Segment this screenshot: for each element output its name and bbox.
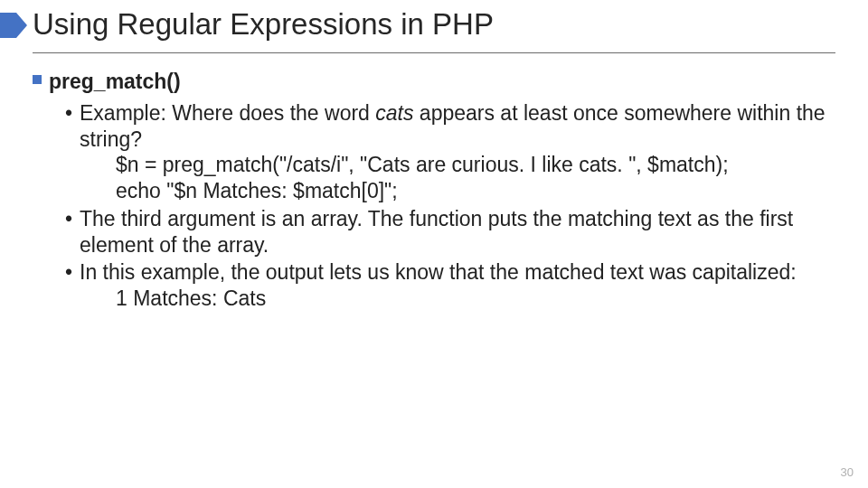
slide-title: Using Regular Expressions in PHP: [33, 7, 494, 42]
code-line-1: $n = preg_match("/cats/i", "Cats are cur…: [116, 152, 837, 178]
slide: Using Regular Expressions in PHP preg_ma…: [0, 0, 868, 488]
bullet-array-note: The third argument is an array. The func…: [65, 206, 837, 258]
code-line-2: echo "$n Matches: $match[0]";: [116, 178, 837, 204]
bullet-example-text-a: Example: Where does the word: [80, 101, 375, 125]
bullet-example: Example: Where does the word cats appear…: [65, 100, 837, 153]
title-accent-bar: [0, 13, 16, 38]
bullet-example-italic: cats: [375, 101, 413, 125]
bullet-output-note: In this example, the output lets us know…: [65, 259, 837, 286]
section-heading: preg_match(): [33, 69, 837, 95]
slide-body: preg_match() Example: Where does the wor…: [33, 69, 837, 312]
page-number: 30: [841, 465, 854, 479]
title-accent-arrow: [16, 13, 27, 38]
title-divider: [33, 52, 835, 53]
output-line: 1 Matches: Cats: [116, 286, 837, 312]
